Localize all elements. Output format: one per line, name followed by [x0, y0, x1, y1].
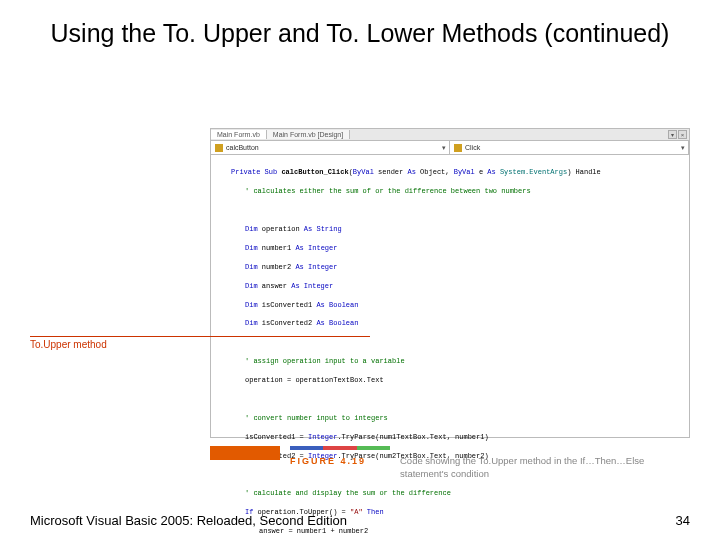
ide-screenshot: Main Form.vb Main Form.vb [Design] ▾ × c…: [210, 128, 690, 438]
code-line: ' assign operation input to a variable: [217, 357, 683, 366]
code-editor: Private Sub calcButton_Click(ByVal sende…: [211, 155, 689, 540]
slide-title: Using the To. Upper and To. Lower Method…: [0, 0, 720, 55]
code-blank: [217, 338, 683, 347]
footer-source: Microsoft Visual Basic 2005: Reloaded, S…: [30, 513, 347, 528]
ide-nav-dropdowns: calcButton Click: [211, 141, 689, 155]
slide-footer: Microsoft Visual Basic 2005: Reloaded, S…: [30, 513, 690, 528]
tab-dropdown-icon: ▾: [668, 130, 677, 139]
event-dropdown: Click: [450, 141, 689, 154]
callout-leader-line: [30, 336, 370, 337]
page-number: 34: [676, 513, 690, 528]
code-line: operation = operationTextBox.Text: [217, 376, 683, 385]
code-line: answer = number1 + number2: [217, 527, 683, 536]
strip-segment: [323, 446, 356, 450]
code-line: Private Sub calcButton_Click(ByVal sende…: [217, 168, 683, 177]
tab-controls: ▾ ×: [668, 130, 687, 139]
code-line: isConverted1 = Integer.TryParse(num1Text…: [217, 433, 683, 442]
figure-area: To.Upper method Main Form.vb Main Form.v…: [30, 128, 690, 478]
caption-orange-tab: [210, 446, 280, 460]
code-line: Dim isConverted2 As Boolean: [217, 319, 683, 328]
figure-caption-bar: FIGURE 4.19 Code showing the To.Upper me…: [210, 446, 690, 478]
code-line: Dim number2 As Integer: [217, 263, 683, 272]
event-dropdown-label: Click: [465, 144, 480, 151]
code-line: Dim isConverted1 As Boolean: [217, 301, 683, 310]
ide-tab-design: Main Form.vb [Design]: [267, 130, 350, 139]
caption-color-strip: [290, 446, 390, 450]
code-line: ' calculates either the sum of or the di…: [217, 187, 683, 196]
code-line: Dim answer As Integer: [217, 282, 683, 291]
object-dropdown: calcButton: [211, 141, 450, 154]
code-line: Dim number1 As Integer: [217, 244, 683, 253]
code-line: ' calculate and display the sum or the d…: [217, 489, 683, 498]
code-blank: [217, 395, 683, 404]
figure-number: FIGURE 4.19: [290, 456, 366, 466]
code-line: ' convert number input to integers: [217, 414, 683, 423]
ide-tab-code: Main Form.vb: [211, 130, 267, 139]
object-dropdown-label: calcButton: [226, 144, 259, 151]
strip-segment: [290, 446, 323, 450]
tab-close-icon: ×: [678, 130, 687, 139]
strip-segment: [357, 446, 390, 450]
callout-label: To.Upper method: [30, 336, 120, 350]
figure-caption-text: Code showing the To.Upper method in the …: [400, 455, 690, 481]
code-blank: [217, 206, 683, 215]
code-line: Dim operation As String: [217, 225, 683, 234]
ide-tab-bar: Main Form.vb Main Form.vb [Design] ▾ ×: [211, 129, 689, 141]
